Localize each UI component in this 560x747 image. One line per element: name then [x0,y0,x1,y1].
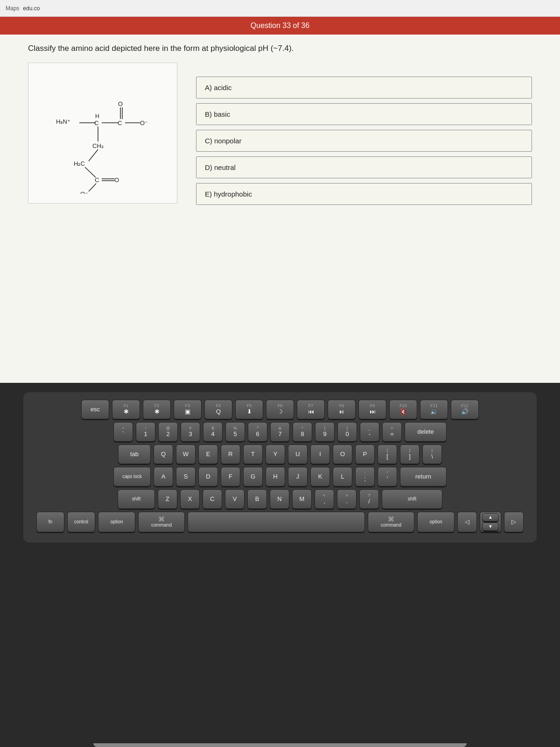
key-h[interactable]: H [266,467,285,486]
key-delete[interactable]: delete [405,422,447,442]
key-arrow-down[interactable]: ▼ [482,522,499,531]
key-m[interactable]: M [292,489,312,509]
key-f12[interactable]: F12🔊 [451,400,479,419]
laptop-screen: Question 33 of 36 Classify the amino aci… [0,17,560,400]
key-s[interactable]: S [176,467,196,486]
key-0[interactable]: )0 [337,422,357,442]
key-quote[interactable]: "' [378,467,397,486]
key-command-right[interactable]: ⌘command [368,512,414,532]
key-f7[interactable]: F7⏮ [297,400,325,419]
key-space[interactable] [188,512,365,532]
key-shift-left[interactable]: shift [118,489,155,509]
key-arrow-right[interactable]: ▷ [504,512,524,532]
key-f9[interactable]: F9⏭ [358,400,386,419]
key-3[interactable]: #3 [181,422,200,442]
key-z[interactable]: Z [158,489,177,509]
key-n[interactable]: N [270,489,289,509]
key-p[interactable]: P [355,444,375,464]
key-backslash[interactable]: |\ [422,444,442,464]
question-number: Question 33 of 36 [251,21,309,29]
key-9[interactable]: (9 [315,422,335,442]
key-f6[interactable]: F6☽ [266,400,294,419]
key-a[interactable]: A [154,467,173,486]
key-f8[interactable]: F8⏯ [328,400,356,419]
key-caps-lock[interactable]: caps lock [113,467,151,486]
maps-tab[interactable]: Maps [6,5,19,12]
key-c[interactable]: C [203,489,222,509]
key-tab[interactable]: tab [118,444,151,464]
key-l[interactable]: L [333,467,352,486]
svg-text:H₃N⁺: H₃N⁺ [56,118,70,125]
key-option-left[interactable]: option [98,512,135,532]
key-semicolon[interactable]: :; [355,467,375,486]
key-2[interactable]: @2 [158,422,178,442]
key-b[interactable]: B [247,489,267,509]
key-u[interactable]: U [288,444,308,464]
key-command-left[interactable]: ⌘command [138,512,185,532]
key-y[interactable]: Y [266,444,285,464]
key-g[interactable]: G [243,467,263,486]
key-esc[interactable]: esc [81,400,109,419]
key-f3[interactable]: F3▣ [174,400,202,419]
key-r[interactable]: R [221,444,240,464]
key-comma[interactable]: <, [315,489,334,509]
svg-text:O: O [114,176,119,183]
keyboard-area: esc F1✱ F2✱ F3▣ F4Q F5⬇ F6☽ F7⏮ F8⏯ F9⏭ … [0,383,560,747]
key-fn[interactable]: fn [36,512,64,532]
key-5[interactable]: %5 [225,422,245,442]
key-q[interactable]: Q [154,444,173,464]
key-period[interactable]: >. [337,489,357,509]
key-return[interactable]: return [400,467,447,486]
key-f1[interactable]: F1✱ [112,400,140,419]
key-arrow-up[interactable]: ▲ [482,513,499,521]
key-w[interactable]: W [176,444,196,464]
key-e[interactable]: E [198,444,218,464]
key-f4[interactable]: F4Q [204,400,232,419]
key-minus[interactable]: _- [360,422,379,442]
browser-bar: Maps edu.co [0,0,560,17]
key-control[interactable]: control [67,512,95,532]
key-backtick[interactable]: ~` [113,422,133,442]
answer-option-e[interactable]: E) hydrophobic [196,183,532,205]
key-k[interactable]: K [310,467,330,486]
url-display: edu.co [23,5,40,12]
svg-line-15 [85,167,96,177]
key-t[interactable]: T [243,444,263,464]
key-8[interactable]: *8 [293,422,312,442]
answer-option-b[interactable]: B) basic [196,103,532,125]
key-i[interactable]: I [310,444,330,464]
key-f11[interactable]: F11🔉 [420,400,448,419]
answer-option-d[interactable]: D) neutral [196,156,532,178]
key-f10[interactable]: F10🔇 [389,400,417,419]
key-arrow-left[interactable]: ◁ [457,512,477,532]
key-o[interactable]: O [333,444,352,464]
key-lbracket[interactable]: {[ [378,444,397,464]
key-1[interactable]: !1 [136,422,155,442]
key-j[interactable]: J [288,467,308,486]
asdf-row: caps lock A S D F G H J K L :; "' return [33,467,527,486]
key-slash[interactable]: ?/ [359,489,379,509]
key-shift-right[interactable]: shift [382,489,442,509]
key-4[interactable]: $4 [203,422,223,442]
key-option-right[interactable]: option [417,512,455,532]
bottom-row: fn control option ⌘command ⌘command opti… [33,512,527,532]
answer-option-c[interactable]: C) nonpolar [196,130,532,152]
svg-text:H: H [95,113,99,120]
question-text: Classify the amino acid depicted here in… [28,44,532,53]
key-arrow-updown: ▲ ▼ [480,512,501,532]
key-equals[interactable]: += [382,422,402,442]
key-rbracket[interactable]: }] [400,444,420,464]
key-f2[interactable]: F2✱ [143,400,171,419]
answer-option-a[interactable]: A) acidic [196,77,532,99]
key-f5[interactable]: F5⬇ [235,400,263,419]
key-7[interactable]: &7 [270,422,290,442]
key-d[interactable]: D [198,467,218,486]
svg-text:O⁻: O⁻ [140,120,148,127]
svg-text:O: O [118,100,123,107]
key-6[interactable]: ^6 [248,422,267,442]
fn-row: esc F1✱ F2✱ F3▣ F4Q F5⬇ F6☽ F7⏮ F8⏯ F9⏭ … [33,400,527,419]
qwerty-row: tab Q W E R T Y U I O P {[ }] |\ [33,444,527,464]
key-x[interactable]: X [180,489,200,509]
key-f[interactable]: F [221,467,240,486]
key-v[interactable]: V [225,489,245,509]
